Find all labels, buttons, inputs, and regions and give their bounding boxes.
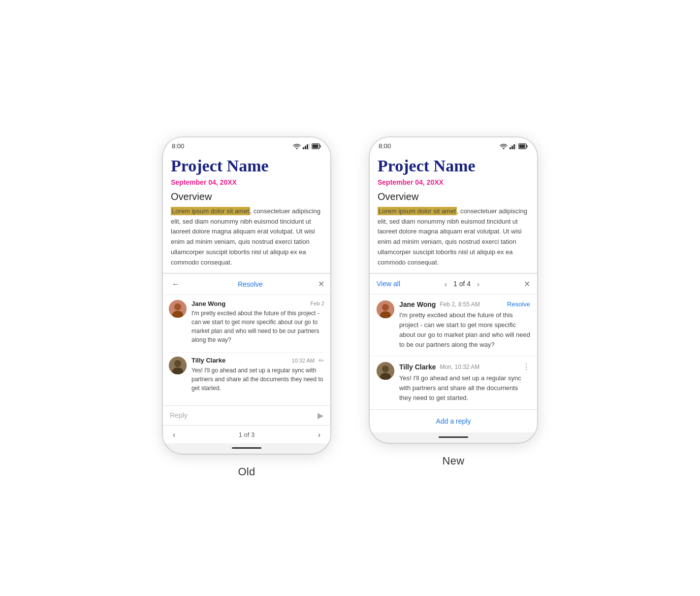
comment-author-2-new: Tilly Clarke — [399, 363, 436, 371]
comment-text-2-new: Yes! I'll go ahead and set up a regular … — [399, 373, 530, 403]
svg-rect-2 — [305, 146, 306, 149]
comment-panel-new: View all ‹ 1 of 4 › ✕ — [370, 273, 537, 432]
close-button-new[interactable]: ✕ — [524, 279, 530, 289]
close-button-old[interactable]: ✕ — [318, 279, 324, 289]
status-icons-new — [500, 143, 528, 149]
comment-time-2-new: Mon, 10:32 AM — [440, 364, 479, 370]
svg-rect-6 — [320, 145, 321, 147]
comment-text-1-old: I'm pretty excited about the future of t… — [191, 309, 324, 344]
doc-screen-old: Project Name September 04, 20XX Overview… — [163, 153, 330, 272]
wifi-icon-new — [500, 143, 508, 149]
comment-item-2-new: Tilly Clarke Mon, 10:32 AM ⋮ Yes! I'll g… — [370, 356, 537, 409]
avatar-tilly-old — [169, 357, 187, 374]
comment-header-2-old: Tilly Clarke 10:32 AM ✏ — [191, 357, 324, 364]
overview-title-old: Overview — [171, 191, 322, 202]
overview-text-new: Lorem ipsum dolor sit amet, consectetuer… — [378, 206, 529, 268]
svg-rect-18 — [515, 143, 516, 149]
highlight-text-old: Lorem ipsum dolor sit amet — [171, 207, 250, 215]
comment-time-1-new: Feb 2, 8:55 AM — [440, 301, 479, 308]
comment-item-1-new: Jane Wong Feb 2, 8:55 AM Resolve I'm pre… — [370, 295, 537, 356]
svg-point-9 — [174, 303, 181, 310]
doc-header-new: Project Name September 04, 20XX — [370, 153, 537, 186]
page-counter-new: 1 of 4 — [453, 280, 471, 288]
time-old: 8:00 — [172, 142, 184, 150]
prev-page-btn-new[interactable]: ‹ — [442, 279, 449, 289]
svg-point-14 — [503, 148, 505, 149]
svg-rect-15 — [509, 147, 511, 149]
add-reply-bar-new: Add a reply — [370, 409, 537, 432]
signal-icon-old — [303, 143, 310, 149]
project-date-old: September 04, 20XX — [171, 178, 322, 186]
status-bar-old: 8:00 — [163, 137, 330, 153]
overview-rest-old: , consectetuer adipiscing elit, sed diam… — [171, 207, 320, 266]
comment-author-1-new: Jane Wong — [399, 300, 436, 308]
back-button-old[interactable]: ← — [169, 278, 183, 291]
svg-point-12 — [174, 360, 181, 367]
next-page-btn-old[interactable]: › — [315, 429, 323, 441]
comment-header-1-new: Jane Wong Feb 2, 8:55 AM Resolve — [399, 300, 530, 308]
resolve-button-new[interactable]: Resolve — [507, 300, 530, 308]
svg-rect-17 — [513, 144, 515, 149]
doc-content-new: Overview Lorem ipsum dolor sit amet, con… — [370, 191, 537, 273]
time-new: 8:00 — [379, 142, 391, 150]
edit-icon-old[interactable]: ✏ — [318, 357, 324, 364]
comment-text-1-new: I'm pretty excited about the future of t… — [399, 310, 530, 350]
signal-icon-new — [509, 143, 516, 149]
view-all-button[interactable]: View all — [377, 280, 400, 288]
reply-bar-old: Reply ▶ — [163, 405, 330, 425]
svg-point-26 — [382, 365, 389, 372]
svg-rect-20 — [527, 145, 528, 147]
new-phone: 8:00 — [370, 137, 537, 442]
comment-item-2-old: Tilly Clarke 10:32 AM ✏ Yes! I'll go ahe… — [169, 357, 324, 393]
comment-header-1-old: Jane Wong Feb 2 — [191, 300, 324, 307]
overview-rest-new: , consectetuer adipiscing elit, sed diam… — [378, 207, 527, 266]
status-bar-new: 8:00 — [370, 137, 537, 153]
doc-header-old: Project Name September 04, 20XX — [163, 153, 330, 186]
svg-rect-4 — [309, 143, 310, 149]
svg-rect-7 — [313, 144, 318, 148]
comment-nav-new: View all ‹ 1 of 4 › ✕ — [370, 274, 537, 295]
comment-item-1-old: Jane Wong Feb 2 I'm pretty excited about… — [169, 300, 324, 344]
svg-rect-16 — [511, 146, 513, 149]
comment-nav-old: ← Resolve ✕ — [163, 274, 330, 295]
avatar-jane-old — [169, 300, 187, 318]
avatar-tilly-new — [377, 362, 394, 380]
project-title-new: Project Name — [378, 157, 529, 175]
prev-page-btn-old[interactable]: ‹ — [170, 429, 178, 441]
comment-body-1-new: Jane Wong Feb 2, 8:55 AM Resolve I'm pre… — [399, 300, 530, 350]
comment-text-2-old: Yes! I'll go ahead and set up a regular … — [191, 366, 324, 393]
comment-author-1-old: Jane Wong — [191, 300, 225, 307]
svg-rect-3 — [307, 144, 308, 149]
battery-icon-new — [518, 143, 528, 149]
comment-meta-1-new: Jane Wong Feb 2, 8:55 AM — [399, 300, 480, 308]
home-indicator-new — [439, 436, 468, 438]
label-old: Old — [238, 465, 255, 478]
send-icon-old[interactable]: ▶ — [318, 411, 323, 420]
project-date-new: September 04, 20XX — [378, 178, 529, 186]
svg-point-0 — [296, 148, 298, 149]
overview-text-old: Lorem ipsum dolor sit amet, consectetuer… — [171, 206, 322, 268]
doc-screen-new: Project Name September 04, 20XX Overview… — [370, 153, 537, 272]
add-reply-button-new[interactable]: Add a reply — [436, 417, 471, 425]
comment-time-2-old: 10:32 AM — [292, 358, 315, 364]
pagination-controls-new: ‹ 1 of 4 › — [442, 279, 482, 289]
status-icons-old — [293, 143, 321, 149]
bottom-nav-old: ‹ 1 of 3 › — [163, 425, 330, 443]
overview-title-new: Overview — [378, 191, 529, 202]
avatar-jane-new — [377, 300, 394, 318]
comment-thread-old: Jane Wong Feb 2 I'm pretty excited about… — [163, 295, 330, 405]
new-phone-wrapper: 8:00 — [370, 137, 537, 467]
reply-placeholder-old[interactable]: Reply — [170, 411, 188, 419]
label-new: New — [443, 455, 465, 467]
resolve-button-old[interactable]: Resolve — [238, 280, 263, 288]
old-phone-wrapper: 8:00 — [163, 137, 330, 478]
more-options-icon-new[interactable]: ⋮ — [522, 362, 530, 371]
project-title-old: Project Name — [171, 157, 322, 175]
next-page-btn-new[interactable]: › — [475, 279, 482, 289]
old-phone: 8:00 — [163, 137, 330, 453]
wifi-icon-old — [293, 143, 301, 149]
comment-meta-2-new: Tilly Clarke Mon, 10:32 AM — [399, 363, 479, 371]
comment-body-1-old: Jane Wong Feb 2 I'm pretty excited about… — [191, 300, 324, 344]
comment-author-2-old: Tilly Clarke — [191, 357, 225, 364]
doc-content-old: Overview Lorem ipsum dolor sit amet, con… — [163, 191, 330, 273]
